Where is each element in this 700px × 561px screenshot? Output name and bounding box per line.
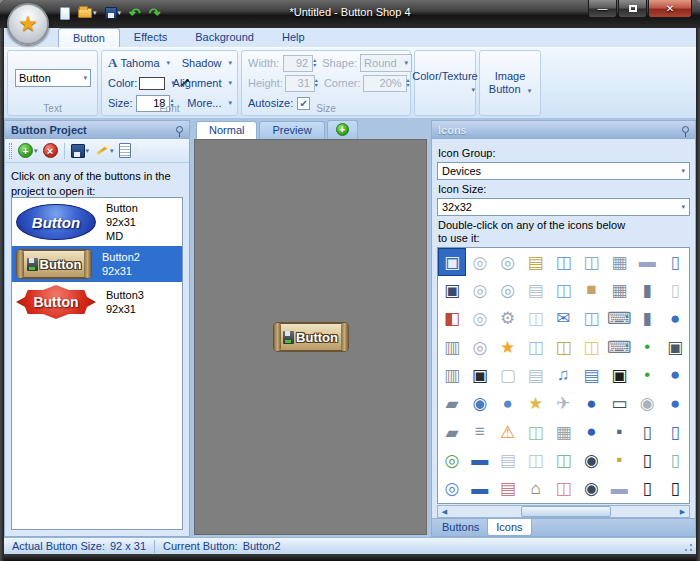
icon-cell-warning-document[interactable]: ⚠ <box>494 418 522 446</box>
add-tab-button[interactable]: + <box>327 120 358 139</box>
icon-cell-web-document[interactable]: ▤ <box>577 361 605 389</box>
app-menu-star-icon[interactable]: ★ <box>7 3 49 45</box>
icon-cell-music-cd-2[interactable]: ◎ <box>438 475 466 503</box>
icon-cell-padlock[interactable]: ▪ <box>605 446 633 474</box>
icon-cell-globe-server-2[interactable]: ● <box>661 390 689 418</box>
icon-cell-clock-document[interactable]: ▤ <box>522 276 550 304</box>
icon-cell-audio-folder[interactable]: ◫ <box>577 248 605 276</box>
image-button-button[interactable]: Image Button ▾ <box>479 50 541 116</box>
tab-preview[interactable]: Preview <box>259 121 324 139</box>
icon-cell-yellow-folder[interactable]: ◫ <box>577 333 605 361</box>
icon-cell-shared-folder[interactable]: ◫ <box>522 418 550 446</box>
shadow-dropdown[interactable]: Shadow ▾ <box>182 57 232 69</box>
icon-cell-camera[interactable]: ▥ <box>438 333 466 361</box>
icon-cell-green-indicator-2[interactable]: • <box>633 361 661 389</box>
add-button-button[interactable]: +▾ <box>17 142 39 159</box>
icon-cell-cursor[interactable]: ▪ <box>605 418 633 446</box>
icon-cell-keyboard[interactable]: ⌨ <box>605 305 633 333</box>
project-item-button3[interactable]: Button Button3 92x31 <box>12 282 182 322</box>
resize-grip[interactable] <box>681 540 693 552</box>
button-text-dropdown[interactable]: Button ▾ <box>15 69 91 87</box>
icon-cell-network-globe[interactable]: ● <box>661 305 689 333</box>
icon-cell-pictures-folder[interactable]: ◫ <box>550 276 578 304</box>
tab-buttons[interactable]: Buttons <box>434 519 487 535</box>
icon-cell-ipod-black-2[interactable]: ▯ <box>633 475 661 503</box>
tab-button[interactable]: Button <box>58 28 120 47</box>
icon-cell-fonts-folder[interactable]: ◫ <box>577 305 605 333</box>
icon-cell-globe-server[interactable]: ● <box>661 361 689 389</box>
icon-cell-cd-2[interactable]: ◎ <box>466 276 494 304</box>
icon-cell-favorites-folder[interactable]: ★ <box>522 390 550 418</box>
icon-cell-chart-document[interactable]: ▤ <box>494 446 522 474</box>
icon-cell-text-document[interactable]: ▤ <box>522 361 550 389</box>
design-canvas[interactable]: Button <box>194 139 427 535</box>
font-color-swatch[interactable] <box>139 77 165 90</box>
icon-cell-smartphone-green[interactable]: ▯ <box>661 446 689 474</box>
report-button[interactable] <box>118 142 132 159</box>
icon-cell-pictures[interactable]: ▦ <box>605 248 633 276</box>
pushpin-icon[interactable] <box>176 126 183 133</box>
icon-cell-webcam[interactable]: ◉ <box>466 390 494 418</box>
icon-cell-ipod-black[interactable]: ▯ <box>633 446 661 474</box>
icon-cell-external-drive[interactable]: ▮ <box>633 276 661 304</box>
icon-cell-music-cd[interactable]: ◎ <box>438 446 466 474</box>
icon-cell-music-folder[interactable]: ♫ <box>550 361 578 389</box>
icon-cell-paper-plane[interactable]: ✈ <box>550 390 578 418</box>
icon-cell-folder-red[interactable]: ◫ <box>550 475 578 503</box>
icon-cell-ipod-white[interactable]: ▯ <box>661 276 689 304</box>
font-name-dropdown[interactable]: Tahoma ▾ <box>120 57 170 69</box>
scroll-left-arrow-icon[interactable]: ◀ <box>438 506 451 517</box>
delete-button-button[interactable]: × <box>42 142 59 159</box>
wizard-button[interactable]: ▾ <box>93 142 115 159</box>
height-input[interactable]: 31 <box>285 75 315 92</box>
width-spinner[interactable]: ▴▾ <box>313 58 316 68</box>
icon-cell-smartphone-blue[interactable]: ▯ <box>661 418 689 446</box>
current-button-preview[interactable]: Button <box>273 322 349 352</box>
tab-effects[interactable]: Effects <box>120 28 181 47</box>
icon-cell-laptop[interactable]: ▭ <box>605 390 633 418</box>
width-input[interactable]: 92 <box>283 55 313 72</box>
icon-cell-console[interactable]: ▣ <box>605 361 633 389</box>
icon-cell-star[interactable]: ★ <box>494 333 522 361</box>
icon-cell-camcorder[interactable]: ▰ <box>438 390 466 418</box>
icon-cell-keyboard-2[interactable]: ⌨ <box>605 333 633 361</box>
icon-cell-color-cubes[interactable]: ◧ <box>438 305 466 333</box>
icon-cell-gear[interactable]: ⚙ <box>494 305 522 333</box>
icon-cell-floppy-disk-2[interactable]: ▣ <box>438 276 466 304</box>
pushpin-icon[interactable] <box>682 126 689 133</box>
icon-cell-camera-2[interactable]: ▥ <box>438 361 466 389</box>
icon-cell-cd[interactable]: ◎ <box>466 248 494 276</box>
icon-cell-blank-document[interactable]: ▢ <box>494 361 522 389</box>
icon-cell-network-folder[interactable]: ◫ <box>550 248 578 276</box>
corner-spinner[interactable]: ▴▾ <box>407 78 410 88</box>
icon-cell-floppy-disk[interactable]: ▣ <box>438 248 466 276</box>
minimize-button[interactable]: — <box>588 0 617 18</box>
shape-dropdown[interactable]: Round ▾ <box>360 54 412 72</box>
icon-cell-memory-card-2[interactable]: ▬ <box>605 475 633 503</box>
icon-cell-hard-disk-2[interactable]: ◉ <box>577 475 605 503</box>
tab-background[interactable]: Background <box>181 28 268 47</box>
scrollbar-thumb[interactable] <box>521 506 611 517</box>
icon-cell-gamepad[interactable]: ▦ <box>605 276 633 304</box>
icon-cell-database[interactable]: ≡ <box>466 418 494 446</box>
height-spinner[interactable]: ▴▾ <box>315 78 318 88</box>
icon-cell-terminal[interactable]: ▣ <box>466 361 494 389</box>
icon-cell-ipod[interactable]: ▯ <box>661 248 689 276</box>
scroll-right-arrow-icon[interactable]: ▶ <box>676 506 689 517</box>
icon-cell-media-player[interactable]: ▯ <box>633 418 661 446</box>
icon-cell-open-folder[interactable]: ◫ <box>522 305 550 333</box>
close-button[interactable]: ✕ <box>648 0 692 18</box>
icon-cell-network-monitor[interactable]: ▣ <box>661 333 689 361</box>
alignment-dropdown[interactable]: Alignment ▾ <box>173 77 232 89</box>
tab-help[interactable]: Help <box>268 28 319 47</box>
icon-cell-mouse[interactable]: ◉ <box>633 390 661 418</box>
horizontal-scrollbar[interactable]: ◀ ▶ <box>437 505 690 518</box>
icon-cell-home[interactable]: ⌂ <box>522 475 550 503</box>
icon-cell-package[interactable]: ■ <box>577 276 605 304</box>
project-item-button2[interactable]: Button Button2 92x31 <box>12 246 182 282</box>
icon-cell-dvd-2[interactable]: ◎ <box>494 276 522 304</box>
icon-cell-globe-2[interactable]: ● <box>577 390 605 418</box>
tab-icons[interactable]: Icons <box>487 519 531 536</box>
icon-cell-desktop-2[interactable]: ▬ <box>466 475 494 503</box>
icon-size-dropdown[interactable]: 32x32 ▾ <box>437 198 690 216</box>
